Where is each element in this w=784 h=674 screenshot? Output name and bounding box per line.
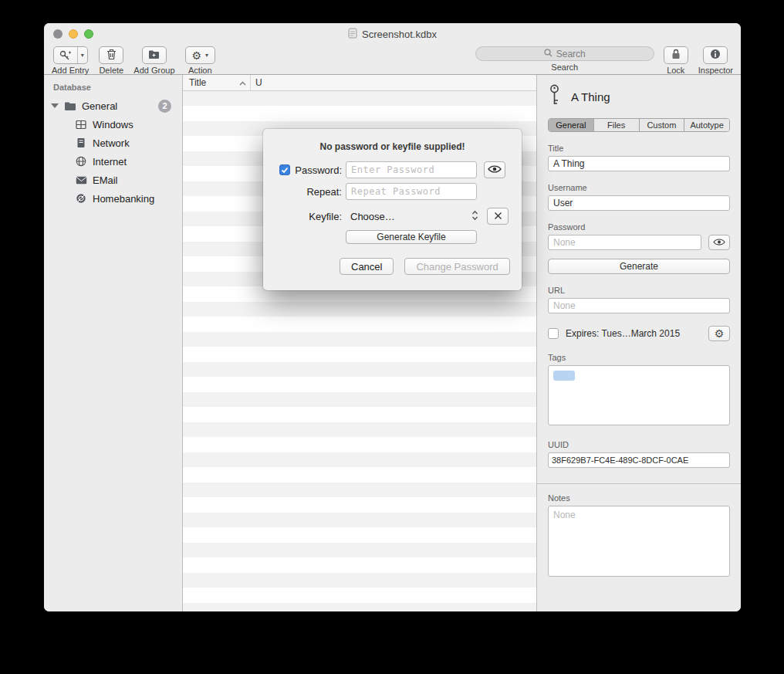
expires-label: Expires: Tues…March 2015 bbox=[566, 328, 701, 339]
sidebar-item-homebanking[interactable]: Homebanking bbox=[44, 189, 182, 208]
close-button[interactable] bbox=[53, 29, 63, 39]
network-icon bbox=[74, 137, 88, 149]
search-input[interactable]: Search bbox=[475, 46, 654, 61]
sidebar: Database General 2 Windows Network bbox=[44, 75, 183, 611]
chevron-down-icon: ▾ bbox=[81, 52, 84, 59]
eye-icon bbox=[713, 237, 725, 249]
clear-keyfile-button[interactable] bbox=[487, 208, 509, 225]
chevron-down-icon: ▾ bbox=[205, 52, 208, 59]
sidebar-item-label: Network bbox=[93, 137, 130, 149]
url-field[interactable] bbox=[548, 298, 730, 313]
info-icon bbox=[710, 49, 721, 62]
tags-field[interactable] bbox=[548, 365, 730, 425]
cancel-button[interactable]: Cancel bbox=[340, 258, 394, 275]
sort-ascending-icon bbox=[239, 77, 246, 88]
sidebar-item-network[interactable]: Network bbox=[44, 134, 182, 152]
add-group-item: Add Group bbox=[133, 46, 174, 75]
change-password-dialog: No password or keyfile supplied! Passwor… bbox=[263, 129, 522, 290]
change-password-button[interactable]: Change Password bbox=[404, 258, 509, 275]
delete-label: Delete bbox=[99, 66, 123, 75]
search-icon bbox=[544, 49, 553, 59]
sidebar-item-label: Internet bbox=[93, 156, 127, 168]
toolbar: ▾ Add Entry Delete Add Group bbox=[44, 45, 741, 75]
action-item: ⚙ ▾ Action bbox=[185, 46, 216, 75]
dialog-reveal-password-button[interactable] bbox=[484, 161, 505, 178]
add-group-label: Add Group bbox=[133, 66, 174, 75]
expires-settings-button[interactable]: ⚙ bbox=[708, 326, 730, 341]
key-icon bbox=[548, 84, 561, 109]
sidebar-group-badge: 2 bbox=[158, 100, 171, 113]
title-field-label: Title bbox=[548, 144, 730, 153]
disclosure-triangle-icon[interactable] bbox=[51, 103, 59, 108]
gear-icon: ⚙ bbox=[192, 50, 202, 61]
lock-label: Lock bbox=[667, 66, 684, 75]
column-username-label: U bbox=[255, 77, 262, 88]
titlebar: Screenshot.kdbx bbox=[44, 23, 741, 45]
password-field-label: Password bbox=[548, 222, 730, 232]
list-header: Title U bbox=[183, 75, 536, 91]
tag-token[interactable] bbox=[553, 371, 575, 381]
globe-icon bbox=[74, 155, 88, 168]
app-window: Screenshot.kdbx ▾ Add Entry bbox=[44, 23, 741, 611]
column-title-label: Title bbox=[189, 77, 206, 88]
tab-files[interactable]: Files bbox=[593, 119, 639, 131]
coin-icon bbox=[74, 192, 88, 205]
sidebar-item-internet[interactable]: Internet bbox=[44, 152, 182, 171]
dialog-keyfile-label: Keyfile: bbox=[309, 211, 342, 222]
add-entry-item: ▾ Add Entry bbox=[52, 46, 89, 75]
sidebar-group-label: General bbox=[82, 100, 117, 112]
generate-password-button[interactable]: Generate bbox=[548, 259, 730, 274]
minimize-button[interactable] bbox=[69, 29, 78, 39]
generate-keyfile-button[interactable]: Generate Keyfile bbox=[346, 230, 477, 244]
password-field[interactable] bbox=[548, 235, 701, 250]
traffic-lights bbox=[53, 29, 93, 39]
reveal-password-button[interactable] bbox=[708, 235, 730, 250]
inspector-button[interactable] bbox=[703, 46, 728, 64]
lock-icon bbox=[671, 49, 681, 62]
add-entry-dropdown[interactable]: ▾ bbox=[77, 47, 87, 63]
action-button[interactable]: ⚙ ▾ bbox=[185, 46, 216, 64]
folder-plus-icon bbox=[148, 49, 160, 62]
document-proxy-icon bbox=[348, 28, 357, 41]
dialog-password-label: Password: bbox=[295, 164, 342, 176]
column-header-username[interactable]: U bbox=[251, 75, 536, 90]
expires-checkbox[interactable] bbox=[548, 328, 559, 339]
lock-button[interactable] bbox=[664, 46, 688, 64]
uuid-field[interactable] bbox=[548, 452, 730, 468]
dialog-repeat-input[interactable] bbox=[346, 183, 477, 200]
username-field-label: Username bbox=[548, 183, 730, 192]
sidebar-item-windows[interactable]: Windows bbox=[44, 115, 182, 134]
tab-autotype[interactable]: Autotype bbox=[684, 119, 729, 131]
gear-icon: ⚙ bbox=[715, 328, 725, 339]
envelope-icon bbox=[74, 174, 88, 186]
username-field[interactable] bbox=[548, 195, 730, 211]
tab-custom[interactable]: Custom bbox=[639, 119, 684, 131]
dialog-password-input[interactable] bbox=[346, 161, 477, 178]
search-placeholder: Search bbox=[556, 49, 586, 59]
password-checkbox[interactable] bbox=[279, 164, 290, 175]
window-title: Screenshot.kdbx bbox=[362, 29, 437, 40]
sidebar-item-email[interactable]: EMail bbox=[44, 171, 182, 189]
sidebar-group-general[interactable]: General 2 bbox=[44, 97, 182, 115]
sidebar-item-label: EMail bbox=[93, 174, 118, 186]
key-plus-icon bbox=[54, 47, 77, 63]
tab-general[interactable]: General bbox=[549, 119, 593, 131]
delete-item: Delete bbox=[99, 46, 123, 75]
add-group-button[interactable] bbox=[142, 46, 167, 64]
stepper-icon bbox=[471, 210, 478, 223]
zoom-button[interactable] bbox=[84, 29, 93, 39]
search-item: Search Search bbox=[475, 46, 654, 72]
sidebar-section-header: Database bbox=[44, 83, 182, 97]
eye-icon bbox=[488, 164, 502, 176]
lock-item: Lock bbox=[664, 46, 688, 75]
title-field[interactable] bbox=[548, 156, 730, 171]
keyfile-select[interactable]: Choose… bbox=[346, 208, 480, 225]
column-header-title[interactable]: Title bbox=[183, 75, 251, 90]
inspector-item: Inspector bbox=[698, 46, 733, 75]
sidebar-item-label: Windows bbox=[93, 119, 133, 130]
add-entry-button[interactable]: ▾ bbox=[53, 46, 88, 64]
inspector-label: Inspector bbox=[698, 66, 733, 75]
notes-field[interactable] bbox=[548, 506, 730, 577]
delete-button[interactable] bbox=[99, 46, 123, 64]
content: Database General 2 Windows Network bbox=[44, 75, 741, 611]
